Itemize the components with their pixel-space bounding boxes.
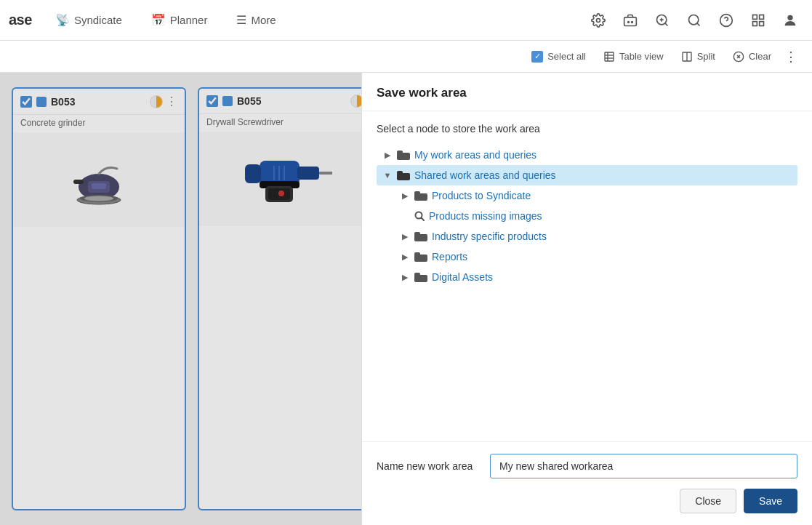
tree-node-products-missing-images[interactable]: ▶ Products missing images — [394, 206, 797, 226]
svg-line-9 — [697, 23, 700, 25]
clear-icon — [733, 51, 744, 63]
svg-point-0 — [597, 18, 600, 22]
chevron-digital-assets: ▶ — [400, 272, 410, 282]
svg-point-16 — [787, 15, 792, 20]
name-label: Name new work area — [377, 460, 478, 472]
svg-rect-17 — [605, 52, 614, 61]
svg-point-2 — [628, 21, 630, 23]
modal-overlay[interactable]: Save work area Select a node to store th… — [0, 73, 812, 525]
nav-left: ase 📡 Syndicate 📅 Planner ☰ More — [9, 9, 282, 31]
modal-footer: Name new work area Close Save — [362, 441, 812, 525]
svg-rect-13 — [760, 15, 764, 19]
name-input[interactable] — [490, 454, 797, 478]
tree-node-reports[interactable]: ▶ Reports — [394, 247, 797, 267]
grid-icon-btn[interactable] — [745, 7, 771, 33]
select-all-button[interactable]: ✓ Select all — [524, 47, 593, 67]
svg-point-3 — [632, 21, 633, 23]
syndicate-icon: 📡 — [55, 13, 70, 27]
select-all-checkbox-icon: ✓ — [531, 51, 543, 63]
tree-label-my-work-areas: My work areas and queries — [414, 149, 536, 161]
chevron-my-work-areas: ▶ — [382, 150, 393, 160]
svg-rect-48 — [414, 191, 420, 195]
split-button[interactable]: Split — [674, 47, 723, 67]
svg-rect-46 — [397, 171, 403, 175]
main-content: B053 ⋮ Concrete grinder — [0, 73, 812, 525]
tree-node-my-work-areas[interactable]: ▶ My work areas and queries — [377, 145, 797, 165]
svg-rect-12 — [753, 15, 757, 19]
svg-line-50 — [422, 218, 425, 221]
svg-rect-56 — [414, 273, 420, 276]
svg-rect-15 — [760, 21, 764, 25]
select-all-label: Select all — [547, 51, 586, 62]
planner-label: Planner — [170, 14, 208, 26]
tree-node-industry-specific[interactable]: ▶ Industry specific products — [394, 226, 797, 247]
svg-rect-44 — [397, 151, 403, 154]
svg-line-5 — [665, 23, 668, 25]
split-label: Split — [697, 51, 715, 62]
tree-label-shared-work-areas: Shared work areas and queries — [414, 169, 556, 181]
nav-item-planner[interactable]: 📅 Planner — [145, 9, 214, 31]
modal-title: Save work area — [362, 73, 812, 111]
modal-subtitle: Select a node to store the work area — [377, 123, 797, 135]
help-icon-btn[interactable] — [713, 7, 739, 33]
search-icon-btn[interactable] — [681, 7, 707, 33]
syndicate-label: Syndicate — [74, 14, 122, 26]
btn-row: Close Save — [377, 489, 797, 513]
folder-icon-products-to-syndicate — [414, 191, 427, 201]
tree-label-industry-specific: Industry specific products — [432, 231, 547, 242]
clear-label: Clear — [749, 51, 771, 62]
more-icon: ☰ — [236, 13, 246, 27]
svg-rect-14 — [753, 21, 757, 25]
tree-node-products-to-syndicate[interactable]: ▶ Products to Syndicate — [394, 185, 797, 206]
toolbar-overflow-button[interactable]: ⋮ — [781, 46, 800, 68]
save-work-area-modal: Save work area Select a node to store th… — [361, 73, 812, 525]
tree: ▶ My work areas and queries ▼ — [377, 145, 797, 287]
table-view-icon — [603, 51, 615, 63]
top-nav: ase 📡 Syndicate 📅 Planner ☰ More — [0, 0, 812, 41]
search-icon-products-missing — [414, 211, 425, 221]
svg-point-8 — [689, 15, 699, 24]
clear-button[interactable]: Clear — [725, 47, 779, 67]
more-label: More — [251, 14, 276, 26]
folder-icon-shared-work-areas — [397, 170, 410, 180]
nav-item-more[interactable]: ☰ More — [230, 9, 281, 31]
chevron-products-to-syndicate: ▶ — [400, 191, 410, 201]
save-button[interactable]: Save — [744, 489, 797, 513]
car-icon-btn[interactable] — [617, 7, 643, 33]
svg-rect-52 — [414, 232, 420, 236]
svg-rect-1 — [624, 17, 637, 25]
planner-icon: 📅 — [151, 13, 166, 27]
folder-icon-reports — [414, 252, 427, 262]
chevron-reports: ▶ — [400, 252, 410, 262]
nav-right — [585, 7, 803, 33]
folder-icon-industry-specific — [414, 231, 427, 241]
settings-icon-btn[interactable] — [585, 7, 611, 33]
chevron-shared-work-areas: ▼ — [382, 170, 393, 180]
table-view-label: Table view — [619, 51, 664, 62]
folder-icon-digital-assets — [414, 272, 427, 282]
name-row: Name new work area — [377, 454, 797, 478]
user-icon-btn[interactable] — [777, 7, 803, 33]
tree-node-digital-assets[interactable]: ▶ Digital Assets — [394, 267, 797, 287]
zoom-icon-btn[interactable] — [649, 7, 675, 33]
nav-item-syndicate[interactable]: 📡 Syndicate — [49, 9, 128, 31]
close-button[interactable]: Close — [680, 489, 736, 513]
chevron-industry-specific: ▶ — [400, 231, 410, 241]
toolbar: ✓ Select all Table view Split Clear ⋮ — [0, 41, 812, 73]
tree-label-products-to-syndicate: Products to Syndicate — [432, 190, 531, 201]
tree-node-shared-work-areas[interactable]: ▼ Shared work areas and queries — [377, 165, 797, 185]
nav-brand: ase — [9, 12, 32, 28]
tree-label-reports: Reports — [432, 251, 467, 262]
folder-icon-my-work-areas — [397, 150, 410, 160]
split-icon — [681, 51, 693, 63]
svg-rect-54 — [414, 252, 420, 256]
tree-label-digital-assets: Digital Assets — [432, 271, 493, 283]
tree-label-products-missing-images: Products missing images — [429, 210, 542, 222]
table-view-button[interactable]: Table view — [596, 47, 671, 67]
modal-body: Select a node to store the work area ▶ M… — [362, 111, 812, 441]
